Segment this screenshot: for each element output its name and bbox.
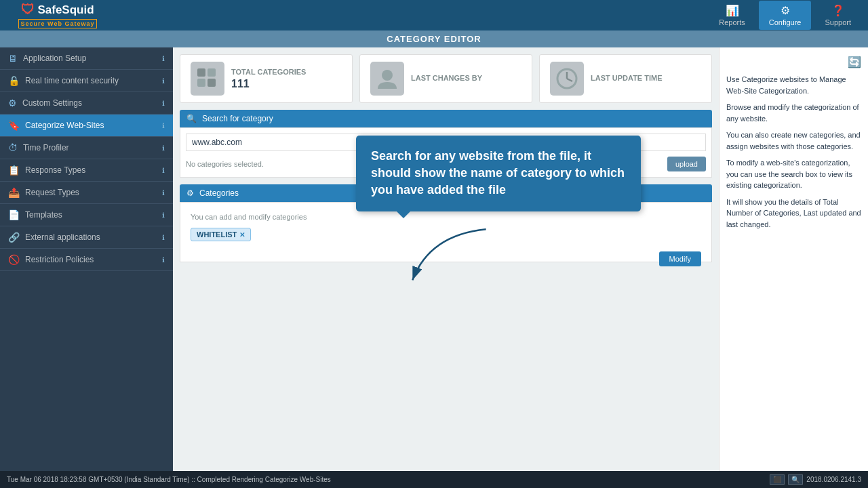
status-icon-right[interactable]: 🔍 <box>788 474 803 485</box>
stat-label: LAST UPDATE TIME <box>591 74 663 82</box>
response-types-icon: 📋 <box>8 165 20 176</box>
sidebar-item-info: ℹ <box>162 144 165 152</box>
sidebar-item-label: Application Setup <box>23 54 155 63</box>
sidebar-item-real-time[interactable]: 🔒 Real time content security ℹ <box>0 70 173 92</box>
external-apps-icon: 🔗 <box>8 232 20 243</box>
stat-info-total-categories: TOTAL CATEGORIES 111 <box>231 68 306 90</box>
logo: 🛡 SafeSquid Secure Web Gateway <box>7 2 108 29</box>
real-time-icon: 🔒 <box>8 75 20 86</box>
stat-value: 111 <box>231 78 306 90</box>
sidebar-item-application-setup[interactable]: 🖥 Application Setup ℹ <box>0 47 173 70</box>
sidebar-item-info: ℹ <box>162 122 165 129</box>
stat-card-last-update: LAST UPDATE TIME <box>539 54 712 103</box>
sidebar-item-categorize[interactable]: 🔖 Categorize Web-Sites ℹ <box>0 115 173 137</box>
categorize-icon: 🔖 <box>8 120 20 131</box>
status-right: ⬛ 🔍 2018.0206.2141.3 <box>770 474 861 485</box>
sidebar-item-custom-settings[interactable]: ⚙ Custom Settings ℹ <box>0 92 173 115</box>
stats-row: TOTAL CATEGORIES 111 LAST CHANGES BY <box>180 54 712 103</box>
support-label: Support <box>825 18 851 26</box>
status-icon-left[interactable]: ⬛ <box>770 474 785 485</box>
sidebar-item-label: Response Types <box>25 165 155 175</box>
logo-shield-icon: 🛡 <box>21 2 35 18</box>
support-button[interactable]: ❓ Support <box>814 1 861 30</box>
arrow-container <box>390 224 526 293</box>
sidebar-item-request-types[interactable]: 📤 Request Types ℹ <box>0 182 173 204</box>
content-area: TOTAL CATEGORIES 111 LAST CHANGES BY <box>173 47 719 471</box>
sidebar-item-label: External applications <box>25 232 155 242</box>
categories-hint: You can add and modify categories <box>191 213 701 221</box>
sidebar-item-label: Templates <box>25 210 155 220</box>
last-changes-icon <box>370 62 404 96</box>
whitelist-tag: WHITELIST ✕ <box>191 228 251 241</box>
sidebar-item-info: ℹ <box>162 77 165 85</box>
total-categories-icon <box>191 62 224 96</box>
modify-button[interactable]: Modify <box>659 251 701 266</box>
logo-area: 🛡 SafeSquid Secure Web Gateway <box>7 2 709 29</box>
time-profiler-icon: ⏱ <box>8 142 18 153</box>
sidebar-item-time-profiler[interactable]: ⏱ Time Profiler ℹ <box>0 137 173 159</box>
reports-icon: 📊 <box>726 4 739 17</box>
search-bar: 🔍 Search for category <box>180 110 712 127</box>
stat-label: TOTAL CATEGORIES <box>231 68 306 76</box>
right-panel-line-4: To modify a web-site's categorization, y… <box>726 157 861 191</box>
status-text: Tue Mar 06 2018 18:23:58 GMT+0530 (India… <box>7 476 331 483</box>
top-nav: 🛡 SafeSquid Secure Web Gateway 📊 Reports… <box>0 0 868 30</box>
main-layout: 🖥 Application Setup ℹ 🔒 Real time conten… <box>0 47 868 471</box>
stat-info-last-update: LAST UPDATE TIME <box>591 74 663 84</box>
sidebar-item-info: ℹ <box>162 256 165 264</box>
refresh-icon[interactable]: 🔄 <box>848 54 861 70</box>
search-icon: 🔍 <box>186 114 197 123</box>
sidebar-item-external-apps[interactable]: 🔗 External applications ℹ <box>0 226 173 249</box>
status-version: 2018.0206.2141.3 <box>806 476 861 483</box>
sidebar-item-label: Real time content security <box>25 76 155 85</box>
sidebar-item-label: Request Types <box>25 188 155 197</box>
templates-icon: 📄 <box>8 209 20 220</box>
sidebar-item-templates[interactable]: 📄 Templates ℹ <box>0 204 173 226</box>
sidebar-item-label: Categorize Web-Sites <box>25 121 155 130</box>
right-panel-line-3: You can also create new categories, and … <box>726 129 861 152</box>
sidebar-item-info: ℹ <box>162 234 165 241</box>
nav-buttons: 📊 Reports ⚙ Configure ❓ Support <box>709 1 861 30</box>
upload-button[interactable]: upload <box>667 157 706 171</box>
sidebar-item-response-types[interactable]: 📋 Response Types ℹ <box>0 159 173 182</box>
right-panel-refresh: 🔄 <box>726 54 861 70</box>
restriction-policies-icon: 🚫 <box>8 254 20 265</box>
request-types-icon: 📤 <box>8 187 20 198</box>
right-panel: 🔄 Use Categorize websites to Manage Web-… <box>719 47 868 471</box>
status-bar: Tue Mar 06 2018 18:23:58 GMT+0530 (India… <box>0 471 868 488</box>
sidebar-item-info: ℹ <box>162 211 165 219</box>
stat-card-last-changes: LAST CHANGES BY <box>359 54 532 103</box>
sidebar-item-info: ℹ <box>162 189 165 197</box>
logo-subtitle: Secure Web Gateway <box>18 19 98 28</box>
configure-label: Configure <box>769 18 802 26</box>
svg-line-7 <box>567 79 572 81</box>
svg-rect-1 <box>208 68 216 77</box>
categories-header-icon: ⚙ <box>186 188 194 198</box>
right-panel-line-2: Browse and modify the categorization of … <box>726 102 861 124</box>
sidebar-item-info: ℹ <box>162 100 165 107</box>
tag-close-button[interactable]: ✕ <box>239 231 245 239</box>
svg-rect-2 <box>197 79 205 87</box>
sidebar-item-info: ℹ <box>162 167 165 174</box>
sidebar-item-info: ℹ <box>162 55 165 62</box>
arrow-svg <box>390 224 526 291</box>
sidebar-item-label: Time Profiler <box>23 143 155 152</box>
right-panel-line-5: It will show you the details of Total Nu… <box>726 197 861 230</box>
reports-label: Reports <box>719 18 745 26</box>
configure-icon: ⚙ <box>781 4 790 17</box>
sidebar-item-restriction-policies[interactable]: 🚫 Restriction Policies ℹ <box>0 249 173 271</box>
configure-button[interactable]: ⚙ Configure <box>759 1 812 30</box>
categories-header-label: Categories <box>199 188 239 198</box>
application-setup-icon: 🖥 <box>8 53 18 64</box>
logo-title: 🛡 SafeSquid <box>21 2 94 18</box>
sidebar-item-label: Restriction Policies <box>25 255 155 264</box>
page-title: CATEGORY EDITOR <box>387 34 481 44</box>
page-header: CATEGORY EDITOR <box>0 30 868 47</box>
callout-text: Search for any website from the file, it… <box>371 149 625 197</box>
logo-name: SafeSquid <box>37 3 94 17</box>
right-panel-line-1: Use Categorize websites to Manage Web-Si… <box>726 74 861 96</box>
stat-info-last-changes: LAST CHANGES BY <box>411 74 482 84</box>
reports-button[interactable]: 📊 Reports <box>709 1 755 30</box>
stat-card-total-categories: TOTAL CATEGORIES 111 <box>180 54 353 103</box>
support-icon: ❓ <box>831 4 845 17</box>
